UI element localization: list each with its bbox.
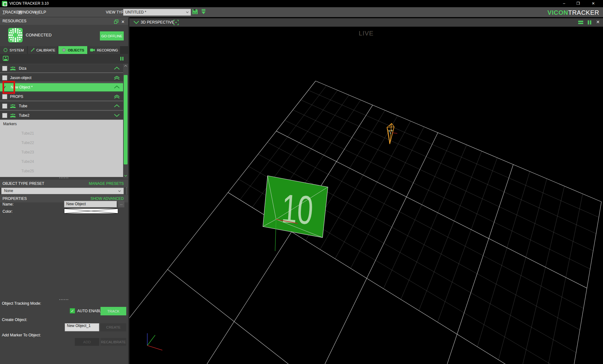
object-checkbox[interactable]	[2, 94, 7, 99]
viewport-header: 3D PERSPECTIVE ✕	[129, 18, 603, 27]
create-button[interactable]: CREATE	[100, 323, 126, 331]
object-list-toolbar	[0, 54, 128, 64]
recalibrate-button[interactable]: RECALIBRATE	[100, 338, 126, 346]
properties-title: PROPERTIES	[3, 196, 27, 201]
chevron-down-icon[interactable]	[114, 114, 120, 117]
add-marker-label: Add Marker To Object:	[2, 333, 41, 337]
chevron-up-icon[interactable]	[114, 67, 120, 70]
marker-item-tube24[interactable]: Tube24	[21, 159, 34, 164]
preset-value: None	[4, 189, 13, 193]
marker-item-tube23[interactable]: Tube23	[21, 150, 34, 154]
tab-label: RECORDING	[97, 48, 118, 52]
connected-status-icon	[8, 28, 23, 42]
menu-window[interactable]: WINDOW	[18, 10, 36, 14]
menu-help[interactable]: HELP	[35, 10, 46, 14]
tab-calibrate[interactable]: CALIBRATE	[28, 46, 58, 54]
object-row-jason-object[interactable]: Jason-object	[0, 74, 123, 82]
scrollbar-thumb[interactable]	[124, 75, 128, 164]
focus-target-icon[interactable]	[173, 20, 179, 25]
name-more-button[interactable]: ...	[118, 201, 124, 207]
minimize-button[interactable]: –	[559, 0, 569, 7]
viewport-title: 3D PERSPECTIVE	[141, 20, 174, 24]
viewport-close-icon[interactable]: ✕	[596, 19, 600, 24]
object-checkbox[interactable]	[2, 113, 7, 118]
name-label: Name:	[3, 202, 14, 206]
logo-secondary: TRACKER	[568, 9, 599, 16]
chevron-up-icon[interactable]	[114, 85, 120, 89]
object-name: Jason-object	[10, 76, 114, 80]
viewport-3d: 3D PERSPECTIVE ✕ 10 LIVE	[129, 17, 603, 364]
tab-recording[interactable]: RECORDING	[88, 46, 120, 54]
annotation-highlight-box	[3, 81, 15, 94]
live-status: LIVE	[129, 30, 603, 37]
chevron-down-icon[interactable]	[133, 20, 139, 24]
panel-splitter[interactable]: ••••••	[0, 299, 128, 301]
chevron-double-up-icon[interactable]	[114, 76, 120, 80]
maximize-button[interactable]: ❐	[573, 0, 584, 7]
app-icon	[2, 1, 7, 6]
calibrate-icon	[30, 48, 35, 52]
load-object-icon[interactable]	[3, 56, 9, 63]
group-icon	[10, 104, 16, 108]
marker-item-tube22[interactable]: Tube22	[21, 141, 34, 145]
chevron-double-up-icon[interactable]	[114, 95, 120, 99]
close-button[interactable]: ✕	[588, 0, 599, 7]
logo-primary: VICON	[547, 9, 568, 16]
object-name: Tube	[19, 104, 114, 108]
object-row-props[interactable]: PROPS	[0, 93, 123, 101]
object-name: Tube2	[19, 113, 114, 118]
panel-splitter[interactable]: ••••••	[0, 177, 128, 179]
track-button[interactable]: TRACK	[100, 307, 126, 315]
color-label: Color:	[3, 209, 13, 214]
view-options-icon[interactable]	[578, 20, 584, 24]
color-swatch[interactable]	[64, 208, 118, 214]
object-type-preset-header: OBJECT TYPE PRESET MANAGE PRESETS	[0, 180, 128, 187]
panel-close-icon[interactable]: ✕	[121, 18, 125, 26]
object-row-diza[interactable]: Diza	[0, 64, 123, 73]
system-icon	[3, 48, 8, 52]
panel-resize-handle[interactable]: ••••••	[126, 187, 128, 195]
pause-icon[interactable]	[120, 56, 124, 62]
object-checkbox[interactable]	[2, 104, 7, 109]
viewport-body[interactable]: 10 LIVE	[129, 27, 603, 364]
chevron-down-icon	[118, 190, 121, 192]
tab-system[interactable]: SYSTEM	[0, 46, 27, 54]
tab-label: SYSTEM	[9, 48, 24, 52]
manage-presets-link[interactable]: MANAGE PRESETS	[89, 180, 124, 187]
view-type-select[interactable]: UNTITLED *	[123, 9, 191, 16]
objects-icon	[62, 48, 66, 52]
name-input[interactable]: New Object	[64, 201, 117, 207]
object-name: PROPS	[10, 94, 114, 99]
tab-label: OBJECTS	[68, 48, 84, 52]
create-object-input[interactable]: New Object_1	[65, 323, 99, 331]
chevron-up-icon[interactable]	[114, 104, 120, 108]
menubar: VIEW TYPE: UNTITLED * VICONTRACKER TRACK…	[0, 7, 603, 17]
preset-select[interactable]: None	[1, 188, 124, 194]
object-list-scrollbar[interactable]	[123, 64, 128, 179]
view-preset-icon[interactable]	[201, 9, 206, 16]
go-offline-button[interactable]: GO OFFLINE	[100, 31, 124, 40]
group-icon	[10, 66, 16, 71]
auto-enable-checkbox[interactable]: ✓	[70, 308, 75, 313]
save-view-icon[interactable]	[192, 9, 198, 16]
chevron-down-icon	[186, 11, 189, 13]
marker-item-tube21[interactable]: Tube21	[21, 131, 34, 136]
resources-panel: RESOURCES ✕ CONNECTED GO OFFLINE SYSTEMC…	[0, 17, 128, 364]
add-button[interactable]: ADD	[75, 338, 99, 346]
float-panel-icon[interactable]	[114, 19, 118, 26]
scroll-up-icon[interactable]	[124, 64, 128, 67]
resources-header: RESOURCES ✕	[0, 17, 128, 25]
object-row-tube[interactable]: Tube	[0, 102, 123, 110]
object-type-preset-title: OBJECT TYPE PRESET	[3, 181, 44, 186]
pause-icon[interactable]	[587, 20, 592, 25]
object-row-tube2[interactable]: Tube2	[0, 111, 123, 120]
empty-color-cross-icon	[64, 209, 118, 213]
tab-objects[interactable]: OBJECTS	[58, 46, 87, 54]
recording-icon	[90, 48, 95, 52]
marker-item-tube25[interactable]: Tube25	[21, 169, 34, 173]
vicon-tracker-logo: VICONTRACKER	[547, 9, 599, 16]
object-checkbox[interactable]	[2, 75, 7, 80]
object-checkbox[interactable]	[2, 66, 7, 71]
resources-title: RESOURCES	[3, 19, 26, 23]
object-row-new-object[interactable]: ✓New Object *	[0, 83, 123, 92]
